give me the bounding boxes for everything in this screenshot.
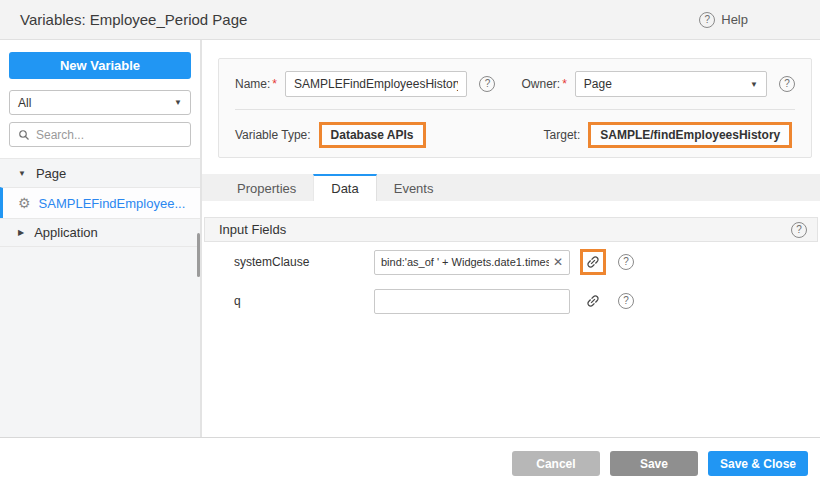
- collapse-caret-icon: ▶: [18, 228, 24, 237]
- tree-node-application[interactable]: ▶ Application: [0, 218, 200, 247]
- variable-type-label: Variable Type:: [235, 128, 311, 142]
- target-value-annotated: SAMPLE/findEmployeesHistory: [588, 122, 792, 148]
- required-marker: *: [562, 77, 567, 91]
- panel-divider: [235, 109, 795, 110]
- tree-node-variable-selected[interactable]: ⚙ SAMPLEFindEmployee...: [0, 187, 200, 218]
- owner-help-icon[interactable]: ?: [779, 76, 795, 92]
- tree-node-page-label: Page: [36, 166, 66, 181]
- input-fields-section: Input Fields ? systemClause ✕: [204, 217, 818, 314]
- variable-gear-icon: ⚙: [18, 196, 31, 210]
- editor-tabbar: Properties Data Events: [202, 174, 820, 201]
- help-label: Help: [721, 12, 748, 27]
- clear-icon[interactable]: ✕: [553, 256, 563, 268]
- save-button[interactable]: Save: [610, 451, 698, 476]
- systemclause-bind-link-button-annotated[interactable]: [580, 249, 606, 275]
- input-fields-header: Input Fields ?: [204, 217, 818, 242]
- variable-summary-panel: Name:* ? Owner:* Page ▼ ? Variable Type:…: [218, 58, 812, 158]
- input-fields-title: Input Fields: [219, 222, 286, 237]
- systemclause-input-wrap: ✕: [374, 250, 570, 275]
- dialog-footer: Cancel Save Save & Close: [0, 437, 820, 489]
- filter-dropdown[interactable]: All ▼: [9, 90, 191, 115]
- tab-properties[interactable]: Properties: [220, 174, 313, 201]
- owner-label: Owner:*: [521, 77, 566, 91]
- filter-value: All: [18, 96, 31, 110]
- variables-dialog: Variables: Employee_Period Page ? Help N…: [0, 0, 820, 489]
- systemclause-input[interactable]: [381, 256, 549, 268]
- field-row-systemclause: systemClause ✕ ?: [234, 249, 818, 275]
- dropdown-caret-icon: ▼: [750, 80, 758, 89]
- name-field[interactable]: [285, 71, 467, 97]
- tree-node-page[interactable]: ▼ Page: [0, 158, 200, 187]
- owner-value: Page: [584, 77, 612, 91]
- field-row-q: q ?: [234, 288, 818, 314]
- required-marker: *: [272, 77, 277, 91]
- systemclause-label: systemClause: [234, 255, 374, 269]
- name-help-icon[interactable]: ?: [479, 76, 495, 92]
- owner-dropdown[interactable]: Page ▼: [575, 71, 767, 97]
- variable-type-value-annotated: Database APIs: [319, 122, 426, 148]
- q-input[interactable]: [381, 295, 563, 307]
- cancel-button[interactable]: Cancel: [512, 451, 600, 476]
- page-title: Variables: Employee_Period Page: [20, 11, 247, 28]
- target-label: Target:: [544, 128, 581, 142]
- name-label: Name:*: [235, 77, 277, 91]
- q-input-wrap: [374, 289, 570, 314]
- dialog-header: Variables: Employee_Period Page ? Help: [0, 0, 820, 40]
- new-variable-label: New Variable: [60, 58, 140, 73]
- new-variable-button[interactable]: New Variable: [9, 52, 191, 79]
- search-input[interactable]: [36, 128, 182, 142]
- dropdown-caret-icon: ▼: [174, 98, 182, 107]
- tab-events[interactable]: Events: [377, 174, 451, 201]
- q-bind-link-button[interactable]: [580, 288, 606, 314]
- input-fields-help-icon[interactable]: ?: [791, 222, 807, 238]
- q-label: q: [234, 294, 374, 308]
- help-icon: ?: [699, 12, 715, 28]
- search-box[interactable]: [9, 122, 191, 147]
- help-button[interactable]: ? Help: [699, 12, 748, 28]
- tab-data[interactable]: Data: [313, 174, 376, 201]
- search-icon: [18, 129, 30, 141]
- expand-caret-icon: ▼: [18, 169, 26, 178]
- variables-tree: ▼ Page ⚙ SAMPLEFindEmployee... ▶ Applica…: [0, 158, 200, 437]
- link-icon: [582, 251, 605, 274]
- save-and-close-button[interactable]: Save & Close: [708, 451, 808, 476]
- sidebar-scrollbar[interactable]: [197, 233, 200, 277]
- systemclause-help-icon[interactable]: ?: [618, 254, 634, 270]
- tree-node-application-label: Application: [34, 225, 98, 240]
- link-icon: [582, 290, 605, 313]
- variables-sidebar: New Variable All ▼ ▼ Page: [0, 40, 202, 437]
- tree-empty-area: [0, 247, 200, 437]
- variable-editor: Name:* ? Owner:* Page ▼ ? Variable Type:…: [202, 40, 820, 437]
- q-help-icon[interactable]: ?: [618, 293, 634, 309]
- tree-node-variable-label: SAMPLEFindEmployee...: [39, 196, 186, 211]
